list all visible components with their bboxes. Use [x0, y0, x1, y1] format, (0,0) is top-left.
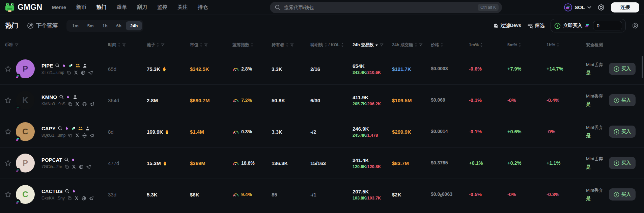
- token-name[interactable]: POPCAT: [41, 157, 62, 163]
- token-address[interactable]: 3T721...ump: [41, 70, 64, 75]
- filter-button[interactable]: 筛选: [527, 23, 544, 29]
- header-holders[interactable]: 持有者: [272, 42, 310, 48]
- favorite-star-icon[interactable]: [5, 191, 11, 198]
- sort-icon[interactable]: [557, 43, 559, 47]
- website-globe-icon[interactable]: [81, 196, 86, 201]
- buy-amount-input[interactable]: [593, 21, 622, 30]
- copy-icon[interactable]: [64, 164, 69, 169]
- twitter-x-icon[interactable]: [74, 70, 78, 75]
- sort-icon[interactable]: [519, 43, 521, 47]
- sort-icon[interactable]: [200, 43, 202, 47]
- copy-icon[interactable]: [67, 196, 72, 201]
- website-globe-icon[interactable]: [82, 102, 87, 107]
- filter-devs-button[interactable]: 过滤Devs: [493, 23, 521, 29]
- sort-icon[interactable]: [341, 43, 344, 47]
- nav-item-sniper[interactable]: 刮刀: [137, 4, 147, 10]
- twitter-x-icon[interactable]: [75, 133, 80, 138]
- nav-item-trending[interactable]: 热门: [96, 4, 107, 10]
- sort-desc-icon[interactable]: [375, 44, 378, 47]
- sort-icon[interactable]: [441, 43, 443, 47]
- nav-item-monitor[interactable]: 监控: [157, 4, 167, 10]
- buy-button[interactable]: 买入: [609, 188, 636, 201]
- sort-icon[interactable]: [325, 43, 327, 47]
- token-search-icon[interactable]: [59, 95, 64, 99]
- header-age[interactable]: 时间: [108, 42, 147, 48]
- nav-item-follow[interactable]: 关注: [177, 4, 188, 10]
- nav-item-copytrade[interactable]: 跟单: [117, 4, 127, 10]
- telegram-icon[interactable]: [86, 164, 91, 169]
- token-avatar[interactable]: C: [16, 122, 35, 141]
- header-pool[interactable]: 池子: [147, 42, 190, 48]
- table-row[interactable]: C CACTUS GxeKX...Sny: [0, 179, 644, 210]
- funnel-icon[interactable]: [204, 43, 208, 47]
- token-address[interactable]: 8QkG1...ump: [41, 133, 65, 138]
- token-avatar[interactable]: C: [16, 185, 35, 204]
- search-box[interactable]: Ctrl alt K: [270, 2, 502, 13]
- tab-trending[interactable]: 热门: [5, 21, 18, 30]
- table-row[interactable]: P POPCAT 7GCih...2hr: [0, 148, 644, 179]
- token-avatar[interactable]: K: [16, 91, 35, 110]
- header-mcap[interactable]: 市值: [190, 42, 232, 48]
- token-address[interactable]: 7GCih...2hr: [41, 164, 62, 169]
- table-row[interactable]: P PIPE 3T721...ump: [0, 53, 644, 85]
- telegram-icon[interactable]: [89, 196, 94, 201]
- header-coin[interactable]: 币种: [0, 42, 108, 48]
- website-globe-icon[interactable]: [82, 133, 87, 138]
- buy-button[interactable]: 买入: [609, 63, 636, 75]
- sort-icon[interactable]: [251, 43, 253, 47]
- timeframe-24h[interactable]: 24h: [126, 21, 142, 30]
- copy-icon[interactable]: [68, 133, 73, 138]
- header-price[interactable]: 价格: [431, 42, 469, 48]
- twitter-x-icon[interactable]: [74, 196, 79, 201]
- nav-item-new[interactable]: 新币: [76, 4, 86, 10]
- token-address[interactable]: KMNo3...9sS: [41, 102, 65, 106]
- connect-wallet-button[interactable]: 连接: [611, 2, 639, 12]
- token-search-icon[interactable]: [65, 189, 69, 193]
- copy-icon[interactable]: [68, 102, 73, 106]
- funnel-icon[interactable]: [161, 43, 165, 47]
- tab-next-bluechip[interactable]: 下个蓝筹: [27, 22, 58, 29]
- header-bluechip[interactable]: 蓝筹指数: [232, 42, 272, 48]
- funnel-icon[interactable]: [290, 43, 294, 47]
- token-name[interactable]: CACTUS: [41, 188, 63, 194]
- sort-icon[interactable]: [118, 43, 120, 47]
- token-search-icon[interactable]: [55, 63, 60, 68]
- nav-item-holdings[interactable]: 持仓: [198, 4, 208, 10]
- sort-icon[interactable]: [480, 43, 483, 47]
- header-1m[interactable]: 1m%: [469, 43, 507, 47]
- timeframe-1h[interactable]: 1h: [98, 21, 112, 30]
- header-1h[interactable]: 1h%: [547, 43, 586, 47]
- search-input[interactable]: [284, 5, 474, 10]
- chain-selector[interactable]: SOL: [564, 3, 591, 11]
- favorite-star-icon[interactable]: [5, 97, 11, 104]
- funnel-icon[interactable]: [419, 43, 423, 47]
- buy-button[interactable]: 买入: [609, 94, 636, 106]
- telegram-icon[interactable]: [88, 70, 93, 75]
- timeframe-1m[interactable]: 1m: [68, 21, 83, 30]
- header-txs[interactable]: 24h 交易数: [353, 42, 392, 48]
- buy-button[interactable]: 买入: [609, 157, 636, 169]
- token-name[interactable]: CAPY: [41, 126, 56, 131]
- sort-icon[interactable]: [286, 43, 288, 47]
- token-search-icon[interactable]: [64, 157, 69, 162]
- twitter-x-icon[interactable]: [72, 164, 76, 169]
- token-search-icon[interactable]: [58, 126, 62, 131]
- buy-button[interactable]: 买入: [609, 126, 636, 138]
- funnel-icon[interactable]: [122, 43, 126, 47]
- telegram-icon[interactable]: [89, 133, 94, 138]
- website-globe-icon[interactable]: [79, 164, 84, 169]
- twitter-x-icon[interactable]: [75, 102, 80, 106]
- copy-icon[interactable]: [66, 70, 71, 75]
- timeframe-6h[interactable]: 6h: [112, 21, 126, 30]
- header-volume[interactable]: 24h 成交额: [392, 42, 431, 48]
- sort-icon[interactable]: [157, 43, 159, 47]
- favorite-star-icon[interactable]: [5, 160, 11, 166]
- header-5m[interactable]: 5m%: [507, 43, 547, 47]
- favorite-star-icon[interactable]: [5, 128, 11, 135]
- nav-item-meme[interactable]: Meme: [52, 4, 66, 10]
- header-smart-kol[interactable]: 聪明钱/ KOL: [310, 42, 353, 48]
- telegram-icon[interactable]: [89, 102, 94, 107]
- buy-now-label[interactable]: 立即买入: [563, 23, 582, 29]
- funnel-icon[interactable]: [15, 43, 19, 47]
- token-name[interactable]: KMNO: [41, 94, 57, 100]
